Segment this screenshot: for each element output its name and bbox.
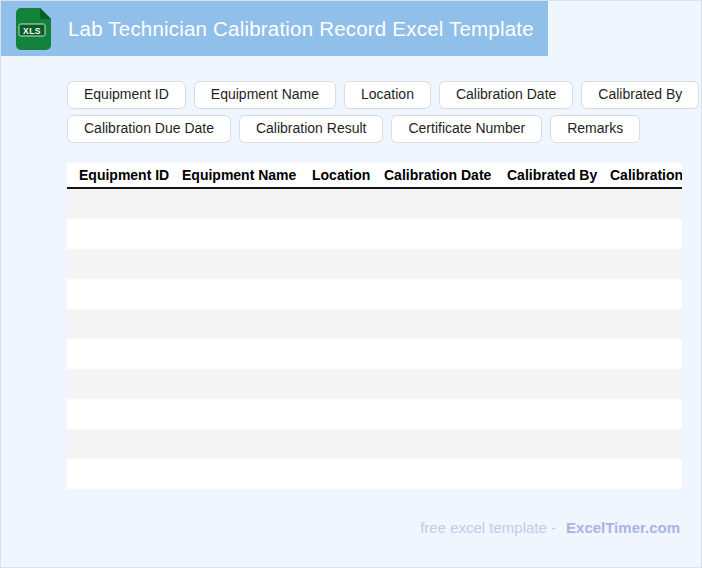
chip-calibration-result: Calibration Result xyxy=(239,115,384,143)
chip-location: Location xyxy=(344,81,431,109)
xls-file-icon: XLS xyxy=(16,8,54,50)
table-row xyxy=(67,369,682,399)
field-chips: Equipment ID Equipment Name Location Cal… xyxy=(67,81,667,143)
chip-remarks: Remarks xyxy=(550,115,640,143)
table-row xyxy=(67,249,682,279)
column-header-calibrated-by: Calibrated By xyxy=(495,167,598,183)
footer: free excel template -ExcelTimer.com xyxy=(420,519,680,536)
table-row xyxy=(67,339,682,369)
table-row xyxy=(67,429,682,459)
column-header-equipment-name: Equipment Name xyxy=(170,167,300,183)
table-row xyxy=(67,399,682,429)
header-bar: XLS Lab Technician Calibration Record Ex… xyxy=(1,1,548,56)
chip-calibrated-by: Calibrated By xyxy=(581,81,699,109)
svg-text:XLS: XLS xyxy=(23,25,41,35)
chip-equipment-name: Equipment Name xyxy=(194,81,336,109)
page: XLS Lab Technician Calibration Record Ex… xyxy=(0,0,702,568)
table-row xyxy=(67,219,682,249)
column-header-calibration-due-date: Calibration Due Date xyxy=(598,167,682,183)
chip-row-2: Calibration Due Date Calibration Result … xyxy=(67,115,667,143)
column-header-equipment-id: Equipment ID xyxy=(67,167,170,183)
table-row xyxy=(67,309,682,339)
data-table: Equipment ID Equipment Name Location Cal… xyxy=(67,163,682,489)
chip-row-1: Equipment ID Equipment Name Location Cal… xyxy=(67,81,667,109)
table-header-row: Equipment ID Equipment Name Location Cal… xyxy=(67,163,682,189)
table-body xyxy=(67,189,682,489)
footer-text: free excel template - xyxy=(420,519,556,536)
chip-equipment-id: Equipment ID xyxy=(67,81,186,109)
table-row xyxy=(67,189,682,219)
column-header-calibration-date: Calibration Date xyxy=(372,167,495,183)
table-row xyxy=(67,279,682,309)
footer-brand-link[interactable]: ExcelTimer.com xyxy=(566,519,680,536)
table-row xyxy=(67,459,682,489)
chip-certificate-number: Certificate Number xyxy=(391,115,542,143)
chip-calibration-date: Calibration Date xyxy=(439,81,573,109)
column-header-location: Location xyxy=(300,167,372,183)
chip-calibration-due-date: Calibration Due Date xyxy=(67,115,231,143)
page-title: Lab Technician Calibration Record Excel … xyxy=(68,17,534,41)
